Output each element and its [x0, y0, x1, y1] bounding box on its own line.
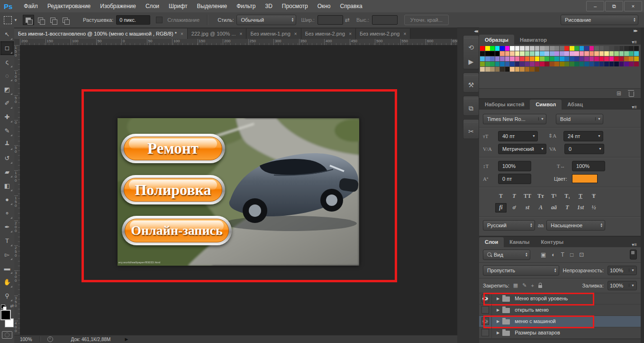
font-family-dropdown[interactable]: Times New Ro... ▼ [483, 114, 546, 124]
color-swatch[interactable] [515, 51, 520, 56]
color-swatch[interactable] [485, 62, 490, 66]
color-swatch[interactable] [580, 62, 584, 66]
filter-pixel-layers-icon[interactable]: ▣ [541, 251, 546, 258]
color-swatch[interactable] [590, 62, 594, 66]
antialias-checkbox[interactable] [156, 17, 163, 23]
visibility-toggle[interactable] [479, 305, 492, 315]
pen-tool[interactable]: ✒ [0, 220, 14, 234]
path-selection-tool[interactable]: ▻ [0, 248, 14, 261]
color-swatch[interactable] [510, 62, 515, 66]
color-swatch[interactable] [614, 56, 619, 61]
lock-all-icon[interactable] [538, 283, 542, 288]
color-swatch[interactable] [629, 56, 634, 61]
color-swatch[interactable] [540, 62, 544, 66]
color-swatch[interactable] [500, 51, 505, 56]
color-swatch[interactable] [609, 62, 614, 66]
stylistic-alternates-button[interactable]: aā [548, 203, 560, 213]
dodge-tool[interactable]: ⚬ [0, 206, 14, 220]
height-input[interactable] [372, 15, 398, 25]
color-swatch[interactable] [510, 67, 515, 72]
color-swatch[interactable] [590, 46, 594, 51]
color-swatch[interactable] [500, 46, 505, 51]
color-swatch[interactable] [619, 56, 624, 61]
close-icon[interactable]: × [181, 31, 183, 37]
language-dropdown[interactable]: Русский ▲▼ [483, 220, 535, 231]
color-swatch[interactable] [510, 46, 515, 51]
layer-name[interactable]: открыть меню [515, 307, 549, 313]
color-swatch[interactable] [614, 46, 619, 51]
color-swatch[interactable] [550, 51, 554, 56]
color-swatch[interactable] [604, 51, 609, 56]
visibility-toggle[interactable] [479, 316, 492, 327]
color-swatch[interactable] [520, 56, 525, 61]
color-swatch[interactable] [480, 56, 485, 61]
color-swatch[interactable] [619, 62, 624, 66]
color-swatch[interactable] [485, 46, 490, 51]
color-swatch[interactable] [490, 46, 495, 51]
workspace-dropdown[interactable]: Рисование ▲▼ [561, 15, 638, 25]
color-swatch[interactable] [530, 67, 535, 72]
close-icon[interactable]: × [403, 31, 406, 37]
color-swatch[interactable] [609, 51, 614, 56]
faux-italic-button[interactable]: T [508, 192, 520, 201]
color-swatch[interactable] [510, 56, 515, 61]
expand-panels-icon[interactable]: ◀◀ [474, 29, 477, 33]
menu-item[interactable]: Справка [336, 3, 367, 9]
crop-tool[interactable]: ◩ [0, 83, 14, 96]
color-swatch[interactable] [574, 62, 579, 66]
color-swatch[interactable] [535, 46, 540, 51]
layer-name[interactable]: Размеры аватаров [515, 330, 560, 335]
small-caps-button[interactable]: Tт [535, 192, 546, 201]
color-swatch[interactable] [530, 46, 535, 51]
subscript-button[interactable]: T₁ [562, 192, 573, 201]
color-swatch[interactable] [500, 62, 505, 66]
fill-dropdown[interactable]: 100% ▼ [608, 281, 637, 290]
color-swatch[interactable] [485, 56, 490, 61]
color-swatch[interactable] [560, 46, 564, 51]
contextual-alternates-button[interactable]: ơ [508, 203, 520, 213]
color-swatch[interactable] [574, 51, 579, 56]
color-swatch[interactable] [634, 56, 639, 61]
text-color-swatch[interactable] [572, 174, 598, 183]
delete-swatch-icon[interactable] [629, 90, 634, 97]
healing-brush-tool[interactable]: ✚ [0, 110, 14, 124]
discretionary-ligatures-button[interactable]: st [522, 203, 533, 213]
color-swatch[interactable] [570, 46, 574, 51]
color-swatch[interactable] [525, 67, 530, 72]
color-swatch[interactable] [604, 46, 609, 51]
color-swatch[interactable] [604, 62, 609, 66]
color-swatch[interactable] [599, 46, 604, 51]
color-swatch[interactable] [530, 51, 535, 56]
color-swatch[interactable] [535, 67, 540, 72]
minimize-button[interactable]: – [586, 1, 604, 11]
titling-alternates-button[interactable]: T [562, 203, 573, 213]
filter-type-layers-icon[interactable]: T [561, 251, 564, 258]
color-swatch[interactable] [520, 46, 525, 51]
menu-item[interactable]: Просмотр [277, 3, 313, 9]
color-swatch[interactable] [490, 51, 495, 56]
color-swatch[interactable] [490, 62, 495, 66]
color-swatch[interactable] [584, 56, 589, 61]
menu-item[interactable]: Слои [141, 3, 164, 9]
color-swatch[interactable] [505, 56, 510, 61]
vertical-scale-input[interactable]: 100% [498, 161, 531, 171]
history-brush-tool[interactable]: ↺ [0, 151, 14, 165]
color-swatch[interactable] [634, 51, 639, 56]
move-tool[interactable]: ↖ [0, 28, 14, 41]
canvas-document[interactable]: Ремонт Полировка Онлайн-запись ery.world… [118, 118, 359, 266]
tracking-dropdown[interactable]: 0▼ [564, 144, 604, 154]
panel-tab[interactable]: Контуры [535, 237, 569, 247]
lock-transparency-icon[interactable]: ▦ [513, 282, 518, 288]
history-panel-icon[interactable]: ⟲ [464, 40, 478, 55]
color-swatch[interactable] [609, 46, 614, 51]
horizontal-ruler[interactable]: 2001501005005010015020025030035040045050… [20, 39, 457, 46]
color-swatch[interactable] [629, 46, 634, 51]
color-swatch[interactable] [614, 62, 619, 66]
color-swatch[interactable] [584, 62, 589, 66]
color-swatch[interactable] [535, 62, 540, 66]
current-tool-button[interactable]: ▼ [4, 16, 18, 24]
color-swatch[interactable] [594, 62, 599, 66]
color-swatch[interactable] [505, 67, 510, 72]
layer-name[interactable]: Меню второй уровень [515, 296, 568, 301]
color-swatch[interactable] [530, 56, 535, 61]
